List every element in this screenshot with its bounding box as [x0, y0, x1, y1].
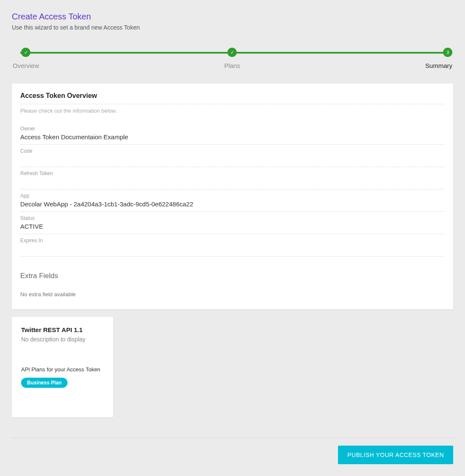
- card-caption: Please check out the information below.: [20, 108, 445, 114]
- field-label: Status: [20, 215, 445, 221]
- field-status: Status ACTIVE: [20, 212, 445, 234]
- step-overview[interactable]: Overview: [13, 48, 39, 69]
- field-value: ACTIVE: [20, 223, 445, 231]
- step-label: Overview: [13, 62, 39, 69]
- stepper: Overview Plans 3 Summary: [12, 48, 453, 69]
- extra-fields-title: Extra Fields: [20, 272, 445, 280]
- field-owner: Owner Access Token Documentaion Example: [20, 122, 445, 145]
- check-icon: [21, 48, 30, 57]
- field-label: App: [20, 193, 445, 199]
- step-plans[interactable]: Plans: [224, 48, 240, 69]
- api-plans-label: API Plans for your Access Token: [21, 366, 104, 373]
- field-app: App Decolar WebApp - 2a4204a3-1cb1-3adc-…: [20, 189, 445, 212]
- step-label: Plans: [224, 62, 240, 69]
- check-icon: [227, 48, 237, 57]
- field-value: [20, 245, 445, 254]
- api-card-title: Twitter REST API 1.1: [21, 326, 104, 333]
- api-card-description: No description to display: [21, 336, 104, 343]
- step-summary[interactable]: 3 Summary: [425, 48, 452, 69]
- field-value: [20, 178, 445, 187]
- field-label: Expires In: [20, 238, 445, 243]
- field-refresh-token: Refresh Token: [20, 167, 445, 189]
- overview-card: Access Token Overview Please check out t…: [12, 84, 453, 309]
- field-value: [20, 156, 445, 164]
- extra-fields-empty: No extra field available: [20, 291, 445, 298]
- page-subtitle: Use this wizard to set a brand new Acces…: [12, 24, 453, 31]
- step-number-icon: 3: [443, 48, 452, 57]
- field-value: Access Token Documentaion Example: [20, 133, 445, 142]
- card-title: Access Token Overview: [20, 92, 445, 104]
- step-label: Summary: [425, 62, 452, 69]
- field-value: Decolar WebApp - 2a4204a3-1cb1-3adc-9cd5…: [20, 200, 445, 209]
- field-label: Refresh Token: [20, 170, 445, 176]
- footer: PUBLISH YOUR ACCESS TOKEN: [12, 438, 453, 464]
- page-title: Create Access Token: [12, 12, 453, 22]
- api-card: Twitter REST API 1.1 No description to d…: [12, 317, 113, 417]
- field-expires-in: Expires In: [20, 234, 445, 257]
- publish-button[interactable]: PUBLISH YOUR ACCESS TOKEN: [338, 446, 453, 464]
- field-label: Owner: [20, 126, 445, 132]
- plan-badge: Business Plan: [21, 378, 68, 388]
- field-code: Code: [20, 145, 445, 167]
- field-label: Code: [20, 148, 445, 154]
